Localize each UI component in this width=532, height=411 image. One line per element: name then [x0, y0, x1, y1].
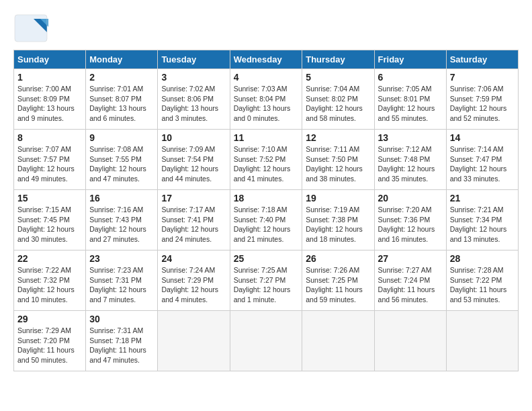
- calendar-header-row: Sunday Monday Tuesday Wednesday Thursday…: [14, 50, 519, 69]
- day-detail: Sunrise: 7:11 AM Sunset: 7:50 PM Dayligh…: [306, 144, 370, 184]
- table-row: 16Sunrise: 7:16 AM Sunset: 7:43 PM Dayli…: [86, 190, 158, 250]
- day-detail: Sunrise: 7:19 AM Sunset: 7:38 PM Dayligh…: [306, 205, 370, 244]
- day-number: 2: [89, 72, 154, 83]
- calendar-week-1: 1Sunrise: 7:00 AM Sunset: 8:09 PM Daylig…: [14, 69, 519, 130]
- table-row: 17Sunrise: 7:17 AM Sunset: 7:41 PM Dayli…: [158, 190, 230, 250]
- day-number: 1: [17, 72, 82, 83]
- calendar-week-2: 8Sunrise: 7:07 AM Sunset: 7:57 PM Daylig…: [14, 130, 519, 190]
- col-monday: Monday: [86, 50, 158, 69]
- table-row: 19Sunrise: 7:19 AM Sunset: 7:38 PM Dayli…: [302, 190, 374, 250]
- day-number: 18: [234, 193, 299, 203]
- day-number: 5: [306, 72, 370, 83]
- table-row: 20Sunrise: 7:20 AM Sunset: 7:36 PM Dayli…: [374, 190, 446, 250]
- day-number: 12: [306, 132, 370, 143]
- col-friday: Friday: [374, 50, 446, 69]
- table-row: 9Sunrise: 7:08 AM Sunset: 7:55 PM Daylig…: [86, 130, 158, 190]
- table-row: 26Sunrise: 7:26 AM Sunset: 7:25 PM Dayli…: [302, 250, 374, 311]
- day-number: 20: [378, 193, 443, 203]
- day-number: 22: [17, 253, 82, 264]
- table-row: 1Sunrise: 7:00 AM Sunset: 8:09 PM Daylig…: [14, 69, 86, 130]
- day-detail: Sunrise: 7:23 AM Sunset: 7:31 PM Dayligh…: [89, 265, 154, 305]
- day-detail: Sunrise: 7:10 AM Sunset: 7:52 PM Dayligh…: [234, 144, 299, 184]
- day-number: 23: [89, 253, 154, 264]
- day-number: 11: [234, 132, 299, 143]
- calendar-table: Sunday Monday Tuesday Wednesday Thursday…: [13, 50, 519, 371]
- table-row: 29Sunrise: 7:29 AM Sunset: 7:20 PM Dayli…: [14, 311, 86, 371]
- table-row: 11Sunrise: 7:10 AM Sunset: 7:52 PM Dayli…: [230, 130, 302, 190]
- day-detail: Sunrise: 7:05 AM Sunset: 8:01 PM Dayligh…: [378, 84, 443, 124]
- day-detail: Sunrise: 7:17 AM Sunset: 7:41 PM Dayligh…: [161, 205, 226, 244]
- table-row: 30Sunrise: 7:31 AM Sunset: 7:18 PM Dayli…: [86, 311, 158, 371]
- table-row: 27Sunrise: 7:27 AM Sunset: 7:24 PM Dayli…: [374, 250, 446, 311]
- day-number: 15: [17, 193, 82, 203]
- day-detail: Sunrise: 7:28 AM Sunset: 7:22 PM Dayligh…: [450, 265, 515, 305]
- day-number: 25: [234, 253, 299, 264]
- table-row: 28Sunrise: 7:28 AM Sunset: 7:22 PM Dayli…: [446, 250, 518, 311]
- table-row: 2Sunrise: 7:01 AM Sunset: 8:07 PM Daylig…: [86, 69, 158, 130]
- day-detail: Sunrise: 7:27 AM Sunset: 7:24 PM Dayligh…: [378, 265, 443, 305]
- table-row: 6Sunrise: 7:05 AM Sunset: 8:01 PM Daylig…: [374, 69, 446, 130]
- logo: [13, 13, 51, 43]
- table-row: 13Sunrise: 7:12 AM Sunset: 7:48 PM Dayli…: [374, 130, 446, 190]
- day-detail: Sunrise: 7:08 AM Sunset: 7:55 PM Dayligh…: [89, 144, 154, 184]
- day-detail: Sunrise: 7:06 AM Sunset: 7:59 PM Dayligh…: [450, 84, 515, 124]
- col-tuesday: Tuesday: [158, 50, 230, 69]
- day-detail: Sunrise: 7:31 AM Sunset: 7:18 PM Dayligh…: [89, 326, 154, 365]
- logo-icon: [13, 13, 48, 43]
- day-number: 16: [89, 193, 154, 203]
- table-row: 14Sunrise: 7:14 AM Sunset: 7:47 PM Dayli…: [446, 130, 518, 190]
- day-number: 29: [17, 314, 82, 324]
- day-detail: Sunrise: 7:20 AM Sunset: 7:36 PM Dayligh…: [378, 205, 443, 244]
- day-detail: Sunrise: 7:04 AM Sunset: 8:02 PM Dayligh…: [306, 84, 370, 124]
- day-detail: Sunrise: 7:16 AM Sunset: 7:43 PM Dayligh…: [89, 205, 154, 244]
- day-detail: Sunrise: 7:14 AM Sunset: 7:47 PM Dayligh…: [450, 144, 515, 184]
- table-row: 4Sunrise: 7:03 AM Sunset: 8:04 PM Daylig…: [230, 69, 302, 130]
- col-saturday: Saturday: [446, 50, 518, 69]
- day-detail: Sunrise: 7:24 AM Sunset: 7:29 PM Dayligh…: [161, 265, 226, 305]
- day-detail: Sunrise: 7:18 AM Sunset: 7:40 PM Dayligh…: [234, 205, 299, 244]
- table-row: 3Sunrise: 7:02 AM Sunset: 8:06 PM Daylig…: [158, 69, 230, 130]
- day-detail: Sunrise: 7:26 AM Sunset: 7:25 PM Dayligh…: [306, 265, 370, 305]
- calendar-week-4: 22Sunrise: 7:22 AM Sunset: 7:32 PM Dayli…: [14, 250, 519, 311]
- table-row: 8Sunrise: 7:07 AM Sunset: 7:57 PM Daylig…: [14, 130, 86, 190]
- day-number: 13: [378, 132, 443, 143]
- day-detail: Sunrise: 7:07 AM Sunset: 7:57 PM Dayligh…: [17, 144, 82, 184]
- table-row: 7Sunrise: 7:06 AM Sunset: 7:59 PM Daylig…: [446, 69, 518, 130]
- day-detail: Sunrise: 7:25 AM Sunset: 7:27 PM Dayligh…: [234, 265, 299, 305]
- day-detail: Sunrise: 7:21 AM Sunset: 7:34 PM Dayligh…: [450, 205, 515, 244]
- day-detail: Sunrise: 7:15 AM Sunset: 7:45 PM Dayligh…: [17, 205, 82, 244]
- day-number: 4: [234, 72, 299, 83]
- day-number: 14: [450, 132, 515, 143]
- table-row: [158, 311, 230, 371]
- day-number: 9: [89, 132, 154, 143]
- table-row: 5Sunrise: 7:04 AM Sunset: 8:02 PM Daylig…: [302, 69, 374, 130]
- day-number: 28: [450, 253, 515, 264]
- table-row: 25Sunrise: 7:25 AM Sunset: 7:27 PM Dayli…: [230, 250, 302, 311]
- day-number: 30: [89, 314, 154, 324]
- day-detail: Sunrise: 7:09 AM Sunset: 7:54 PM Dayligh…: [161, 144, 226, 184]
- day-number: 21: [450, 193, 515, 203]
- day-number: 27: [378, 253, 443, 264]
- table-row: 22Sunrise: 7:22 AM Sunset: 7:32 PM Dayli…: [14, 250, 86, 311]
- col-thursday: Thursday: [302, 50, 374, 69]
- day-number: 26: [306, 253, 370, 264]
- day-number: 3: [161, 72, 226, 83]
- table-row: 10Sunrise: 7:09 AM Sunset: 7:54 PM Dayli…: [158, 130, 230, 190]
- day-detail: Sunrise: 7:22 AM Sunset: 7:32 PM Dayligh…: [17, 265, 82, 305]
- day-number: 10: [161, 132, 226, 143]
- day-number: 7: [450, 72, 515, 83]
- col-wednesday: Wednesday: [230, 50, 302, 69]
- table-row: 18Sunrise: 7:18 AM Sunset: 7:40 PM Dayli…: [230, 190, 302, 250]
- table-row: 21Sunrise: 7:21 AM Sunset: 7:34 PM Dayli…: [446, 190, 518, 250]
- day-detail: Sunrise: 7:00 AM Sunset: 8:09 PM Dayligh…: [17, 84, 82, 124]
- calendar-week-5: 29Sunrise: 7:29 AM Sunset: 7:20 PM Dayli…: [14, 311, 519, 371]
- table-row: [446, 311, 518, 371]
- day-detail: Sunrise: 7:03 AM Sunset: 8:04 PM Dayligh…: [234, 84, 299, 124]
- day-number: 17: [161, 193, 226, 203]
- table-row: [302, 311, 374, 371]
- table-row: [230, 311, 302, 371]
- day-detail: Sunrise: 7:02 AM Sunset: 8:06 PM Dayligh…: [161, 84, 226, 124]
- col-sunday: Sunday: [14, 50, 86, 69]
- page-header: [13, 13, 519, 43]
- table-row: 24Sunrise: 7:24 AM Sunset: 7:29 PM Dayli…: [158, 250, 230, 311]
